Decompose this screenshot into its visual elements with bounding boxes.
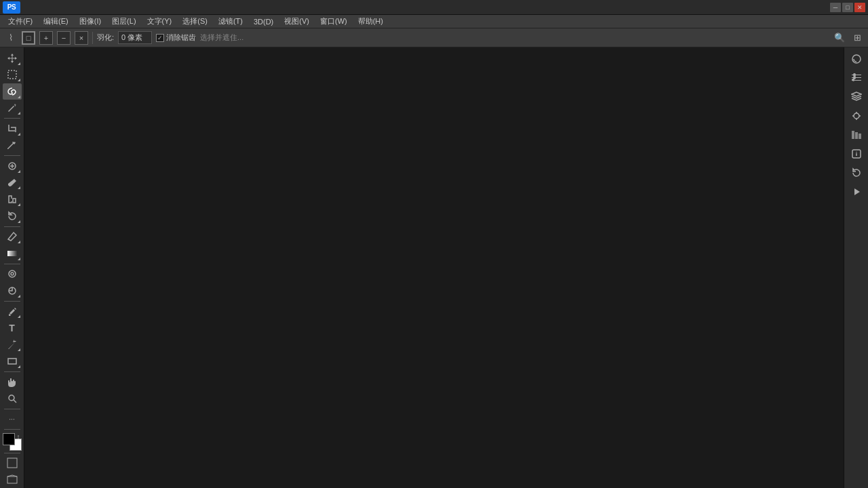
menu-type[interactable]: 文字(Y): [142, 15, 178, 28]
tool-options-icon: ⌇: [4, 31, 18, 45]
tool-sep-6: [4, 371, 20, 372]
pen-tool[interactable]: [3, 304, 22, 320]
svg-point-4: [11, 272, 14, 275]
menu-view[interactable]: 视图(V): [279, 15, 315, 28]
history-brush-tool[interactable]: [3, 208, 22, 224]
menu-filter[interactable]: 滤镜(T): [213, 15, 248, 28]
adjustments-panel-btn[interactable]: [847, 69, 866, 87]
svg-rect-5: [8, 359, 16, 364]
menu-edit[interactable]: 编辑(E): [38, 15, 74, 28]
menu-3d[interactable]: 3D(D): [248, 15, 279, 28]
clone-stamp-tool[interactable]: [3, 191, 22, 207]
intersect-selection-btn[interactable]: ×: [75, 31, 88, 45]
close-button[interactable]: ✕: [854, 3, 865, 12]
svg-rect-0: [8, 70, 16, 79]
lasso-tool[interactable]: [3, 83, 22, 100]
options-bar: ⌇ □ + − × 羽化: 0 像素 ✓ 消除锯齿 选择并遮住... 🔍 ⊞: [0, 28, 868, 47]
blur-tool[interactable]: [3, 266, 22, 283]
title-bar-left: PS: [0, 1, 20, 14]
swap-colors[interactable]: ↕: [17, 433, 20, 441]
minimize-button[interactable]: ─: [830, 3, 841, 12]
foreground-color[interactable]: [3, 433, 15, 445]
main-area: T ··· ↕: [0, 47, 868, 488]
svg-rect-2: [7, 251, 17, 256]
gradient-tool[interactable]: [3, 245, 22, 262]
menu-help[interactable]: 帮助(H): [353, 15, 389, 28]
select-and-mask-link[interactable]: 选择并遮住...: [200, 33, 243, 43]
tool-sep-4: [4, 264, 20, 264]
menu-file[interactable]: 文件(F): [3, 15, 38, 28]
subtract-selection-btn[interactable]: −: [57, 31, 71, 45]
menu-image[interactable]: 图像(I): [74, 15, 106, 28]
path-select-tool[interactable]: [3, 337, 22, 353]
menu-select[interactable]: 选择(S): [177, 15, 213, 28]
move-tool[interactable]: [3, 50, 22, 66]
right-panel: [844, 47, 868, 488]
tool-sep-9: [4, 453, 20, 453]
menu-window[interactable]: 窗口(W): [315, 15, 353, 28]
layers-panel-btn[interactable]: [847, 88, 866, 106]
svg-rect-13: [859, 134, 861, 139]
svg-rect-12: [855, 132, 858, 139]
tool-sep-3: [4, 226, 20, 227]
feather-value[interactable]: 0 像素: [118, 31, 152, 44]
new-selection-btn[interactable]: □: [22, 31, 35, 45]
magic-wand-tool[interactable]: [3, 100, 22, 117]
antialias-group: ✓ 消除锯齿: [156, 33, 196, 43]
canvas-area: [24, 47, 844, 488]
svg-rect-11: [852, 131, 854, 139]
shape-tool[interactable]: [3, 353, 22, 369]
dodge-tool[interactable]: [3, 283, 22, 299]
title-bar-controls: ─ □ ✕: [830, 3, 868, 12]
actions-panel-btn[interactable]: [847, 183, 866, 201]
search-button[interactable]: 🔍: [833, 31, 846, 45]
svg-point-6: [9, 395, 14, 401]
zoom-tool[interactable]: [3, 390, 22, 407]
svg-point-3: [9, 270, 16, 277]
svg-rect-7: [7, 458, 17, 468]
antialias-checkbox[interactable]: ✓: [156, 34, 164, 42]
quick-mask-btn[interactable]: [3, 455, 22, 472]
info-panel-btn[interactable]: [847, 145, 866, 163]
channels-panel-btn[interactable]: [847, 126, 866, 144]
type-tool[interactable]: T: [3, 320, 22, 336]
left-toolbar: T ··· ↕: [0, 47, 24, 488]
color-picker: ↕: [3, 433, 22, 450]
crop-tool[interactable]: [3, 121, 22, 137]
tool-sep-1: [4, 118, 20, 119]
tool-sep-2: [4, 155, 20, 156]
menu-layer[interactable]: 图层(L): [106, 15, 141, 28]
eyedropper-tool[interactable]: [3, 138, 22, 154]
menu-bar: 文件(F) 编辑(E) 图像(I) 图层(L) 文字(Y) 选择(S) 滤镜(T…: [0, 15, 868, 28]
feather-label: 羽化:: [97, 33, 114, 43]
separator1: [92, 32, 93, 44]
healing-brush-tool[interactable]: [3, 158, 22, 174]
arrange-button[interactable]: ⊞: [850, 31, 864, 45]
tool-sep-5: [4, 301, 20, 302]
color-panel-btn[interactable]: [847, 50, 866, 68]
extra-tools[interactable]: ···: [3, 411, 22, 428]
title-bar: PS ─ □ ✕: [0, 0, 868, 15]
eraser-tool[interactable]: [3, 229, 22, 245]
history-panel-btn[interactable]: [847, 164, 866, 182]
properties-panel-btn[interactable]: [847, 107, 866, 125]
screen-mode-btn[interactable]: [3, 472, 22, 488]
svg-marker-15: [854, 188, 860, 195]
antialias-label: 消除锯齿: [166, 33, 196, 43]
add-selection-btn[interactable]: +: [39, 31, 53, 45]
svg-point-10: [854, 113, 859, 119]
ps-logo: PS: [3, 1, 20, 14]
hand-tool[interactable]: [3, 374, 22, 390]
tool-sep-8: [4, 429, 20, 430]
svg-rect-8: [7, 476, 17, 483]
tool-sep-7: [4, 409, 20, 409]
maximize-button[interactable]: □: [842, 3, 853, 12]
marquee-tool[interactable]: [3, 67, 22, 83]
brush-tool[interactable]: [3, 175, 22, 191]
